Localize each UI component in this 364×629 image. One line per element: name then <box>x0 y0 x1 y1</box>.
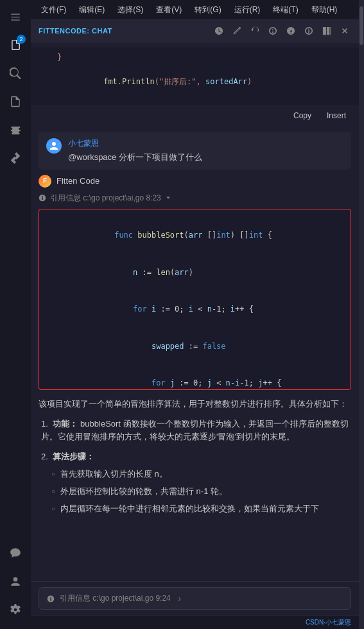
activity-icon-account[interactable] <box>3 569 28 594</box>
ai-header: F Fitten Code <box>39 175 351 188</box>
input-box[interactable]: 引用信息 c:\go project\ai,go 9:24 › <box>39 587 351 610</box>
menu-view[interactable]: 查看(V) <box>151 3 187 17</box>
code-line-1: func bubbleSort(arr []int) []int { <box>49 217 340 254</box>
activity-icon-files[interactable]: 2 <box>3 32 28 58</box>
activity-icon-git[interactable] <box>3 89 28 114</box>
list-item-1-text: bubbleSort 函数接收一个整数切片作为输入，并返回一个排序后的整数切片。… <box>41 419 349 442</box>
code-body[interactable]: func bubbleSort(arr []int) []int { n := … <box>39 209 351 389</box>
error-icon[interactable] <box>266 24 279 37</box>
activity-bar: 2 <box>0 0 31 629</box>
copy-button[interactable]: Copy <box>288 110 316 121</box>
prev-code-line2: fmt.Println("排序后:", sortedArr) <box>39 77 252 98</box>
bullet-item-1: 首先获取输入切片的长度 n。 <box>51 468 351 481</box>
close-icon[interactable] <box>338 24 351 37</box>
bullet-item-2: 外层循环控制比较的轮数，共需进行 n-1 轮。 <box>51 485 351 499</box>
list-number-2: 2. <box>41 452 48 461</box>
chat-header: FITTENCODE: CHAT <box>31 19 359 42</box>
ref-info-text: 引用信息 c:\go project\ai,go 8:23 <box>50 193 161 204</box>
history-icon[interactable] <box>212 24 225 37</box>
info-icon[interactable] <box>302 24 315 37</box>
activity-icon-search[interactable] <box>3 60 28 86</box>
avatar <box>46 138 62 154</box>
list-item-1: 1. 功能： bubbleSort 函数接收一个整数切片作为输入，并返回一个排序… <box>41 418 351 445</box>
menu-goto[interactable]: 转到(G) <box>189 3 226 17</box>
bullet-item-3: 内层循环在每一轮中进行相邻元素的比较和交换，如果当前元素大于下 <box>51 502 351 516</box>
status-right: CSDN·小七蒙恩 <box>306 618 351 627</box>
menu-help[interactable]: 帮助(H) <box>306 3 343 17</box>
chat-header-icons <box>212 24 351 37</box>
numbered-list: 1. 功能： bubbleSort 函数接收一个整数切片作为输入，并返回一个排序… <box>39 418 351 516</box>
activity-icon-chat[interactable] <box>3 540 28 566</box>
activity-icon-debug[interactable] <box>3 117 28 143</box>
list-item-2: 2. 算法步骤： 首先获取输入切片的长度 n。 外层循环控制比较的轮数，共需进行… <box>41 450 351 515</box>
notification-badge: 2 <box>17 35 26 44</box>
input-ref-icon <box>47 595 55 603</box>
user-name: 小七蒙恩 <box>68 138 328 149</box>
menu-file[interactable]: 文件(F) <box>36 3 71 17</box>
code-actions: Copy Insert <box>31 107 359 127</box>
chat-input-area: 引用信息 c:\go project\ai,go 9:24 › <box>31 581 359 615</box>
code-container: func bubbleSort(arr []int) []int { n := … <box>39 209 351 390</box>
edit-icon[interactable] <box>230 24 243 37</box>
analysis-text: 该项目实现了一个简单的冒泡排序算法，用于对整数切片进行排序。具体分析如下： <box>39 398 351 411</box>
bullet-list: 首先获取输入切片的长度 n。 外层循环控制比较的轮数，共需进行 n-1 轮。 内… <box>41 468 351 515</box>
input-chevron-icon: › <box>178 594 181 603</box>
ai-response: F Fitten Code 引用信息 c:\go project\ai,go 8… <box>31 175 359 516</box>
prev-code-block: } fmt.Println("排序后:", sortedArr) <box>31 48 359 105</box>
input-ref-text: 引用信息 c:\go project\ai,go 9:24 <box>60 593 171 604</box>
activity-icon-menu[interactable] <box>3 4 28 30</box>
user-text: @workspace 分析一下项目做了什么 <box>68 152 328 163</box>
menu-edit[interactable]: 编辑(E) <box>74 3 110 17</box>
refresh-icon[interactable] <box>248 24 261 37</box>
list-item-2-header: 算法步骤： <box>53 452 94 461</box>
user-message-content: 小七蒙恩 @workspace 分析一下项目做了什么 <box>68 138 328 163</box>
activity-icon-extensions[interactable] <box>3 145 28 171</box>
ref-info[interactable]: 引用信息 c:\go project\ai,go 8:23 <box>39 193 351 204</box>
ai-name: Fitten Code <box>56 176 100 186</box>
main-area: 文件(F) 编辑(E) 选择(S) 查看(V) 转到(G) 运行(R) 终端(T… <box>31 0 359 629</box>
menu-bar: 文件(F) 编辑(E) 选择(S) 查看(V) 转到(G) 运行(R) 终端(T… <box>31 0 359 19</box>
ai-logo: F <box>39 175 51 188</box>
split-icon[interactable] <box>320 24 333 37</box>
code-line-3: for i := 0; i < n-1; i++ { <box>49 291 340 328</box>
code-line-2: n := len(arr) <box>49 254 340 291</box>
question-icon[interactable] <box>284 24 297 37</box>
list-number-1: 1. <box>41 419 48 429</box>
code-line-5: for j := 0; j < n-i-1; j++ { <box>49 365 340 389</box>
chat-content[interactable]: } fmt.Println("排序后:", sortedArr) Copy In… <box>31 42 359 581</box>
menu-run[interactable]: 运行(R) <box>229 3 266 17</box>
insert-button[interactable]: Insert <box>322 110 351 121</box>
menu-terminal[interactable]: 终端(T) <box>268 3 303 17</box>
scrollbar-thumb <box>360 6 363 45</box>
menu-select[interactable]: 选择(S) <box>112 3 148 17</box>
prev-code-line1: } <box>39 53 62 62</box>
activity-icon-settings[interactable] <box>3 597 28 623</box>
list-item-1-header: 功能： <box>53 419 78 429</box>
user-message: 小七蒙恩 @workspace 分析一下项目做了什么 <box>39 132 351 170</box>
chat-header-title: FITTENCODE: CHAT <box>39 27 112 35</box>
code-line-4: swapped := false <box>49 328 340 365</box>
status-bar: CSDN·小七蒙恩 <box>31 615 359 629</box>
chat-panel: FITTENCODE: CHAT <box>31 19 359 629</box>
right-scrollbar[interactable] <box>359 0 364 629</box>
